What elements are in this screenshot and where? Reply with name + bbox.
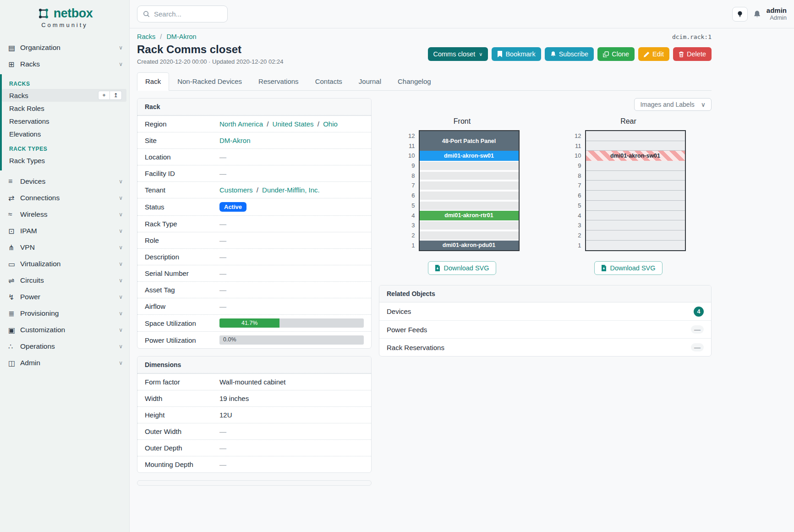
chevron-down-icon: ∨ xyxy=(119,61,123,67)
trash-icon xyxy=(679,51,684,57)
tab-non-racked-devices[interactable]: Non-Racked Devices xyxy=(169,72,250,91)
tab-rack[interactable]: Rack xyxy=(137,72,169,91)
device-pdu[interactable]: dmi01-akron-pdu01 xyxy=(420,241,519,251)
rack-slot-empty[interactable] xyxy=(586,161,685,171)
rack-slot-empty[interactable] xyxy=(420,191,519,201)
site-link[interactable]: DM-Akron xyxy=(219,137,251,144)
notifications-button[interactable] xyxy=(753,10,761,18)
rack-panel: Rack Region North America / United State… xyxy=(137,98,372,349)
tab-changelog[interactable]: Changelog xyxy=(389,72,439,91)
rack-slot-empty[interactable] xyxy=(586,211,685,221)
bookmark-button[interactable]: Bookmark xyxy=(492,47,541,61)
bell-icon xyxy=(753,10,761,18)
chevron-down-icon: ∨ xyxy=(119,294,123,300)
tenant-link[interactable]: Dunder-Mifflin, Inc. xyxy=(262,186,320,194)
sidebar-item-devices[interactable]: ≡ Devices ∨ xyxy=(0,173,129,190)
sidebar-item-ipam[interactable]: ⊡ IPAM ∨ xyxy=(0,223,129,239)
rack-slot-empty[interactable] xyxy=(420,181,519,191)
rack-slot-empty[interactable] xyxy=(586,201,685,211)
clone-button[interactable]: Clone xyxy=(597,47,635,61)
bell-plus-icon xyxy=(550,51,556,57)
circuits-icon: ⇌ xyxy=(8,276,20,285)
sidebar-item-organization[interactable]: ▤ Organization ∨ xyxy=(0,39,129,56)
device-switch-rear[interactable]: dmi01-akron-sw01 xyxy=(586,151,685,161)
tab-contacts[interactable]: Contacts xyxy=(307,72,350,91)
breadcrumb-site-link[interactable]: DM-Akron xyxy=(166,33,196,40)
related-objects-title: Related Objects xyxy=(379,285,711,302)
sidebar-item-connections[interactable]: ⇄ Connections ∨ xyxy=(0,190,129,206)
search-input[interactable] xyxy=(154,10,214,18)
sidebar-item-admin[interactable]: ◫ Admin ∨ xyxy=(0,355,129,371)
chevron-down-icon: ∨ xyxy=(119,261,123,267)
download-svg-front-button[interactable]: Download SVG xyxy=(428,261,496,275)
rack-slot-empty[interactable] xyxy=(420,161,519,171)
rack-slot-empty[interactable] xyxy=(420,230,519,241)
rack-slot-empty[interactable] xyxy=(586,181,685,191)
sidebar-item-virtualization[interactable]: ▭ Virtualization ∨ xyxy=(0,256,129,272)
tab-journal[interactable]: Journal xyxy=(350,72,389,91)
elevation-view-select[interactable]: Images and Labels ∨ xyxy=(634,98,712,111)
device-patch-panel[interactable]: 48-Port Patch Panel xyxy=(420,131,519,151)
chevron-down-icon: ∨ xyxy=(701,101,706,108)
related-devices-row[interactable]: Devices 4 xyxy=(379,302,711,320)
edit-button[interactable]: Edit xyxy=(638,47,669,61)
rack-slot-empty[interactable] xyxy=(586,141,685,151)
tab-reservations[interactable]: Reservations xyxy=(250,72,307,91)
chevron-down-icon: ∨ xyxy=(119,327,123,333)
subscribe-button[interactable]: Subscribe xyxy=(545,47,594,61)
sidebar-item-elevations[interactable]: Elevations xyxy=(2,127,129,140)
region-link[interactable]: Ohio xyxy=(323,120,338,128)
sidebar-item-provisioning[interactable]: ≣ Provisioning ∨ xyxy=(0,305,129,322)
rack-slot-empty[interactable] xyxy=(420,220,519,230)
device-router[interactable]: dmi01-akron-rtr01 xyxy=(420,211,519,221)
delete-button[interactable]: Delete xyxy=(673,47,712,61)
subnav-header-rack-types: RACK TYPES xyxy=(9,146,129,152)
breadcrumb: Racks / DM-Akron xyxy=(137,33,197,40)
rack-group-dropdown-button[interactable]: Comms closet ∨ xyxy=(428,47,488,61)
power-icon: ↯ xyxy=(8,293,20,302)
sidebar-item-vpn[interactable]: ⋔ VPN ∨ xyxy=(0,239,129,256)
sidebar-item-racks[interactable]: ⊞ Racks ∨ xyxy=(0,56,129,72)
rack-slot-empty[interactable] xyxy=(586,230,685,241)
rack-slot-empty[interactable] xyxy=(586,171,685,181)
rack-slot-empty[interactable] xyxy=(586,131,685,141)
provisioning-icon: ≣ xyxy=(8,309,20,318)
topbar: admin Admin xyxy=(130,0,794,28)
theme-toggle-button[interactable] xyxy=(732,7,748,22)
chevron-down-icon: ∨ xyxy=(119,178,123,185)
netbox-logo[interactable]: netbox Community xyxy=(0,0,129,31)
sidebar-item-rack-roles[interactable]: Rack Roles xyxy=(2,102,129,115)
rack-slot-empty[interactable] xyxy=(586,241,685,251)
sidebar-item-power[interactable]: ↯ Power ∨ xyxy=(0,289,129,305)
import-rack-button[interactable]: ↥ xyxy=(110,91,122,100)
region-link[interactable]: North America xyxy=(219,120,263,128)
related-rack-reservations-row[interactable]: Rack Reservations — xyxy=(379,338,711,356)
sidebar-item-customization[interactable]: ▣ Customization ∨ xyxy=(0,322,129,338)
sidebar-item-operations[interactable]: ∴ Operations ∨ xyxy=(0,338,129,355)
add-rack-button[interactable]: + xyxy=(98,91,110,100)
region-link[interactable]: United States xyxy=(273,120,314,128)
sidebar-item-rack-types[interactable]: Rack Types xyxy=(2,154,129,167)
rack-slot-empty[interactable] xyxy=(420,171,519,181)
devices-count-badge[interactable]: 4 xyxy=(694,307,704,317)
download-svg-rear-button[interactable]: Download SVG xyxy=(594,261,662,275)
rack-slot-empty[interactable] xyxy=(586,191,685,201)
ipam-icon: ⊡ xyxy=(8,227,20,236)
breadcrumb-racks-link[interactable]: Racks xyxy=(137,33,155,40)
chevron-down-icon: ∨ xyxy=(119,310,123,317)
sidebar-item-wireless[interactable]: ≈ Wireless ∨ xyxy=(0,206,129,223)
search-box[interactable] xyxy=(137,5,228,22)
tenant-group-link[interactable]: Customers xyxy=(219,186,253,194)
device-switch-front[interactable]: dmi01-akron-sw01 xyxy=(420,151,519,161)
space-utilization-bar: 41.7% xyxy=(219,318,364,328)
sidebar-item-reservations[interactable]: Reservations xyxy=(2,115,129,127)
rack-slot-empty[interactable] xyxy=(586,220,685,230)
sidebar-item-circuits[interactable]: ⇌ Circuits ∨ xyxy=(0,272,129,289)
space-utilization-fill: 41.7% xyxy=(219,318,279,328)
front-title: Front xyxy=(454,117,471,126)
related-power-feeds-row[interactable]: Power Feeds — xyxy=(379,320,711,338)
rack-slot-empty[interactable] xyxy=(420,201,519,211)
user-menu[interactable]: admin Admin xyxy=(767,6,787,21)
sidebar-item-racks-list[interactable]: Racks + ↥ xyxy=(2,89,126,102)
wireless-icon: ≈ xyxy=(8,210,20,219)
